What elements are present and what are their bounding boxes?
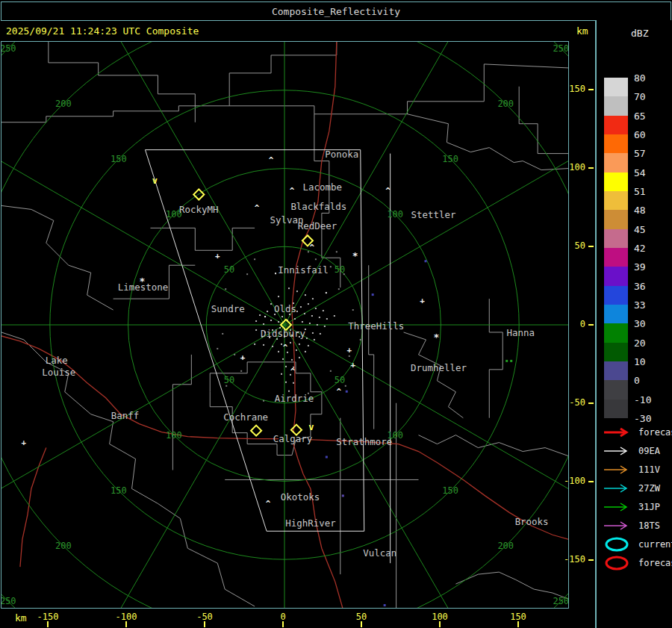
dbz-swatch [604,248,628,267]
right-axis-label: -150 [560,554,585,565]
city-label: Limestone [118,282,168,293]
bottom-axis-tick [204,621,205,627]
clutter-dot [326,292,327,293]
dbz-value-label: 36 [634,281,646,292]
dbz-value-label: 57 [634,148,646,159]
km-unit-top: km [576,25,588,37]
legend-row: forecast [603,425,672,440]
caret-marker-icon: ^ [269,155,274,165]
city-label: Drumheller [411,362,467,373]
dbz-swatch [604,116,628,135]
dbz-swatch [604,96,628,116]
city-label: Lake [46,355,68,366]
city-label: Strathmore [336,436,392,447]
dbz-value-label: 48 [634,205,646,216]
clutter-dot [309,323,311,324]
asterisk-marker-icon: * [352,250,358,261]
window-titlebar: Composite_Reflectivity [1,1,671,21]
clutter-dot [296,349,297,351]
right-axis-label: 100 [560,162,585,172]
city-label: Ponoka [325,149,358,160]
clutter-dot [255,329,257,331]
city-label: HighRiver [285,517,336,529]
clutter-dot [290,342,291,343]
clutter-dot [296,311,298,312]
ring-distance-label: 200 [497,541,514,551]
dbz-swatch [604,323,628,343]
clutter-dot [225,385,227,387]
clutter-dot [305,351,306,352]
ring-distance-label: 150 [111,154,127,164]
clutter-dot [270,303,272,305]
clutter-dot [293,382,294,384]
clutter-dot [291,359,293,361]
ring-distance-label: 150 [442,485,458,496]
city-label: Airdrie [275,393,314,404]
boundary-line [369,265,374,429]
city-label: Lacombe [303,181,342,193]
dbz-value-label: 42 [634,243,646,254]
radar-viewer-window: Composite_Reflectivity 2025/09/21 11:24:… [0,0,672,628]
legend-label: 27ZW [638,483,660,494]
legend-label: forecast [638,558,672,568]
clutter-dot [278,321,279,323]
window-title: Composite_Reflectivity [272,6,400,17]
boundary-line [172,355,191,470]
city-label: Banff [111,410,139,421]
track-arrow-icon [603,482,632,494]
clutter-dot [336,251,337,252]
city-label: Brooks [515,516,549,527]
legend-sidebar: dBZ 807065605754514845423936333020100-10… [595,20,672,628]
right-axis-tick [588,402,594,404]
right-axis-tick [588,481,594,482]
echo-dot [384,604,386,606]
clutter-dot [234,354,235,355]
city-label: Hanna [506,327,535,338]
echo-dot [425,260,427,262]
plus-marker-icon: + [346,345,352,355]
right-axis-label: -50 [560,397,585,408]
clutter-dot [270,320,272,321]
boundary-line [1,205,113,310]
legend-row: current [603,537,672,552]
map-frame: vv^^^^^^^^^++++++*** 5010015020025050100… [1,41,569,609]
bottom-axis-label: 50 [345,612,378,622]
clutter-dot [263,323,264,325]
right-axis-label: 150 [560,84,585,94]
clutter-dot [308,345,309,346]
legend-label: forecast [638,427,672,438]
legend-row: forecast [603,556,672,571]
caret-marker-icon: ^ [337,387,342,397]
legend-label: 09EA [638,446,660,456]
clutter-dot [222,333,223,335]
clutter-dot [299,357,300,358]
dbz-unit-label: dBZ [631,28,648,39]
clutter-dot [285,382,287,383]
clutter-dot [217,348,218,349]
dbz-swatch [604,210,628,229]
dbz-value-label: 65 [634,111,646,122]
city-label: Olds [274,303,296,314]
clutter-dot [314,339,315,341]
ring-distance-label: 100 [387,209,403,220]
clutter-dot [294,318,296,320]
dbz-swatch [604,267,628,286]
clutter-dot [306,338,308,339]
caret-marker-icon: ^ [290,186,295,196]
clutter-dot [288,287,290,289]
plus-marker-icon: + [350,360,355,370]
dbz-swatch [604,380,628,400]
legend-label: 31JP [638,502,660,512]
bottom-axis-tick [439,621,441,627]
bottom-axis-tick [47,621,49,627]
plus-marker-icon: + [22,438,27,447]
clutter-dot [338,288,340,290]
bottom-axis-tick [361,621,362,627]
dbz-swatch [604,400,628,419]
radar-map[interactable]: vv^^^^^^^^^++++++*** 5010015020025050100… [1,42,568,608]
clutter-dot [312,332,314,334]
right-axis-label: 50 [560,240,585,251]
city-label: Louise [42,367,75,378]
boundary-line [150,228,255,250]
plus-marker-icon: + [215,251,220,261]
